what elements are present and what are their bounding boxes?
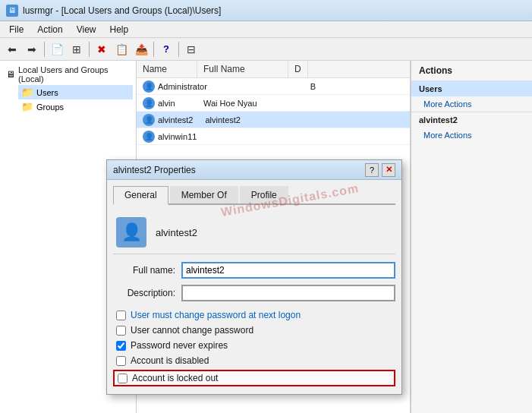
user-info-row: 👤 alvintest2 bbox=[113, 211, 395, 254]
user-display-name: alvintest2 bbox=[156, 227, 197, 238]
tree-users-label: Users bbox=[36, 88, 58, 97]
cell-d bbox=[288, 102, 304, 105]
user-avatar: 👤 bbox=[116, 217, 146, 247]
dialog-tabs: General Member Of Profile bbox=[113, 186, 395, 205]
toolbar-separator-1 bbox=[44, 42, 45, 57]
list-item[interactable]: 👤 Administrator B bbox=[137, 78, 410, 95]
user-icon: 👤 bbox=[143, 80, 155, 93]
dialog-title-bar: alvintest2 Properties ? ✕ bbox=[107, 160, 401, 180]
groups-folder-icon: 📁 bbox=[21, 101, 33, 112]
description-input[interactable] bbox=[181, 285, 395, 301]
title-bar: 🖥 lusrmgr - [Local Users and Groups (Loc… bbox=[0, 0, 532, 21]
list-item[interactable]: 👤 alvin Wai Hoe Nyau bbox=[137, 95, 410, 112]
refresh-button[interactable]: 📤 bbox=[132, 40, 150, 58]
actions-panel: Actions Users More Actions alvintest2 Mo… bbox=[411, 61, 532, 413]
cell-name: 👤 alvintest2 bbox=[137, 112, 199, 128]
toolbar-separator-2 bbox=[89, 42, 90, 57]
delete-button[interactable]: ✖ bbox=[93, 40, 111, 58]
checkbox-cannot-change-input[interactable] bbox=[116, 326, 126, 336]
checkbox-never-expires-input[interactable] bbox=[116, 341, 126, 351]
tab-member-of[interactable]: Member Of bbox=[170, 186, 238, 203]
dialog-help-button[interactable]: ? bbox=[365, 163, 379, 177]
tree-groups-label: Groups bbox=[36, 102, 64, 112]
show-hide-button[interactable]: ⊞ bbox=[68, 40, 86, 58]
view-button[interactable]: ⊟ bbox=[182, 40, 200, 58]
checkbox-locked-out-input[interactable] bbox=[118, 374, 127, 383]
col-d[interactable]: D bbox=[288, 61, 308, 77]
user-icon: 👤 bbox=[143, 97, 155, 109]
checkbox-never-expires-label: Password never expires bbox=[131, 340, 228, 351]
dialog-close-button[interactable]: ✕ bbox=[382, 163, 395, 177]
cell-fullname bbox=[213, 85, 304, 88]
app-icon: 🖥 bbox=[6, 5, 18, 17]
actions-more-users[interactable]: More Actions bbox=[411, 96, 532, 112]
toolbar: ⬅ ➡ 📄 ⊞ ✖ 📋 📤 ? ⊟ bbox=[0, 38, 532, 61]
fullname-row: Full name: bbox=[113, 262, 395, 279]
checkbox-never-expires: Password never expires bbox=[113, 338, 395, 353]
properties-button[interactable]: 📋 bbox=[112, 40, 131, 58]
help-button[interactable]: ? bbox=[157, 40, 175, 58]
computer-icon: 🖥 bbox=[6, 69, 15, 80]
toolbar-separator-3 bbox=[153, 42, 154, 57]
checkbox-cannot-change-label: User cannot change password bbox=[131, 325, 253, 336]
tab-profile[interactable]: Profile bbox=[240, 186, 288, 203]
checkbox-must-change-label: User must change password at next logon bbox=[131, 310, 301, 320]
window-title: lusrmgr - [Local Users and Groups (Local… bbox=[23, 5, 221, 16]
tree-children: 📁 Users 📁 Groups bbox=[18, 85, 133, 114]
checkbox-disabled: Account is disabled bbox=[113, 353, 395, 368]
actions-more-alvintest2[interactable]: More Actions bbox=[411, 128, 532, 143]
menu-action[interactable]: Action bbox=[31, 23, 68, 36]
list-header: Name Full Name D bbox=[137, 61, 410, 78]
list-item[interactable]: 👤 alvintest2 alvintest2 bbox=[137, 112, 410, 128]
cell-d bbox=[290, 118, 305, 121]
cell-fullname bbox=[203, 135, 294, 138]
cell-name: 👤 Administrator bbox=[137, 79, 213, 94]
description-label: Description: bbox=[113, 288, 181, 298]
description-row: Description: bbox=[113, 285, 395, 301]
actions-header: Actions bbox=[411, 61, 532, 81]
list-item[interactable]: 👤 alvinwin11 bbox=[137, 128, 410, 145]
tree-root-label: Local Users and Groups (Local) bbox=[18, 65, 130, 84]
cell-fullname: alvintest2 bbox=[199, 114, 290, 126]
cell-name: 👤 alvin bbox=[137, 96, 197, 111]
users-folder-icon: 📁 bbox=[21, 87, 33, 98]
toolbar-separator-4 bbox=[178, 42, 179, 57]
forward-button[interactable]: ➡ bbox=[23, 40, 41, 58]
actions-section-users: Users bbox=[411, 81, 532, 96]
user-icon: 👤 bbox=[143, 114, 155, 126]
tree-root[interactable]: 🖥 Local Users and Groups (Local) bbox=[3, 64, 133, 85]
back-button[interactable]: ⬅ bbox=[3, 40, 21, 58]
locked-out-row: Account is locked out bbox=[113, 370, 395, 386]
menu-view[interactable]: View bbox=[71, 23, 102, 36]
tree-item-groups[interactable]: 📁 Groups bbox=[18, 99, 133, 114]
properties-dialog: alvintest2 Properties ? ✕ General Member… bbox=[106, 159, 402, 395]
dialog-title-buttons: ? ✕ bbox=[365, 163, 395, 177]
cell-name: 👤 alvinwin11 bbox=[137, 129, 203, 144]
dialog-title: alvintest2 Properties bbox=[113, 165, 196, 175]
fullname-label: Full name: bbox=[113, 265, 181, 276]
menu-bar: File Action View Help bbox=[0, 21, 532, 38]
checkbox-disabled-input[interactable] bbox=[116, 356, 126, 366]
actions-section-alvintest2: alvintest2 bbox=[411, 112, 532, 128]
dialog-body: General Member Of Profile 👤 alvintest2 F… bbox=[107, 180, 401, 394]
tab-general[interactable]: General bbox=[113, 186, 168, 205]
checkbox-disabled-label: Account is disabled bbox=[131, 355, 209, 366]
cell-d bbox=[294, 135, 309, 138]
checkbox-must-change-input[interactable] bbox=[116, 311, 126, 320]
checkbox-locked-out-label: Account is locked out bbox=[132, 373, 218, 383]
tree-item-users[interactable]: 📁 Users bbox=[18, 85, 133, 99]
user-icon: 👤 bbox=[143, 131, 155, 143]
col-name[interactable]: Name bbox=[137, 61, 197, 77]
fullname-input[interactable] bbox=[181, 262, 395, 279]
col-fullname[interactable]: Full Name bbox=[197, 61, 288, 77]
cell-fullname: Wai Hoe Nyau bbox=[197, 97, 288, 109]
checkbox-must-change: User must change password at next logon bbox=[113, 307, 395, 323]
menu-help[interactable]: Help bbox=[104, 23, 135, 36]
cell-d: B bbox=[304, 80, 322, 93]
checkbox-cannot-change: User cannot change password bbox=[113, 323, 395, 338]
up-button[interactable]: 📄 bbox=[48, 40, 66, 58]
menu-file[interactable]: File bbox=[3, 23, 30, 36]
